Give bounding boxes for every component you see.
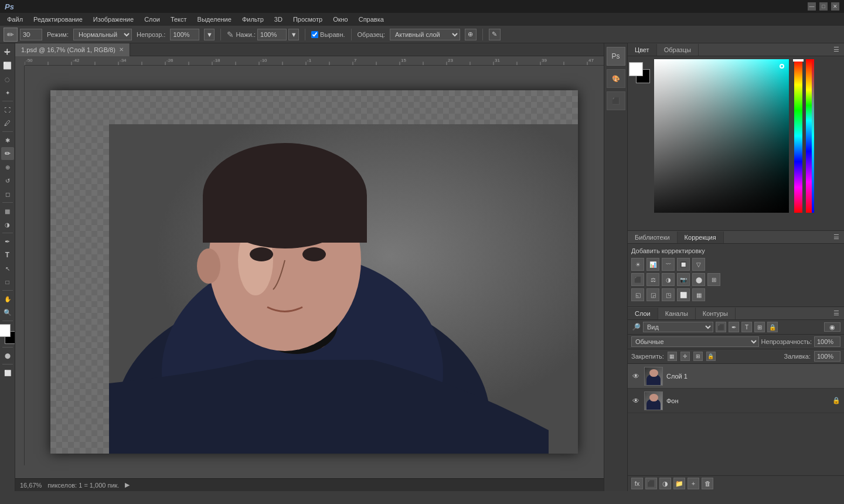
tab-swatches[interactable]: Образцы — [657, 44, 699, 56]
menu-window[interactable]: Окно — [328, 15, 353, 24]
layer-link-btn[interactable]: fx — [631, 478, 643, 489]
mode-select[interactable]: Нормальный — [73, 29, 132, 40]
menu-file[interactable]: Файл — [2, 15, 28, 24]
hue-strip[interactable] — [794, 59, 802, 213]
tool-lasso[interactable]: ◌ — [1, 73, 14, 86]
layer-item-0[interactable]: 👁 Слой 1 — [628, 364, 844, 389]
close-button[interactable]: ✕ — [831, 2, 839, 11]
align-checkbox[interactable] — [311, 31, 318, 38]
pressure-input[interactable] — [257, 29, 287, 40]
ps-icon[interactable]: Ps — [607, 47, 625, 66]
opacity-input[interactable] — [170, 29, 199, 40]
lock-position-icon[interactable]: ✛ — [680, 352, 690, 361]
brush-size-input[interactable] — [20, 29, 42, 40]
menu-view[interactable]: Просмотр — [288, 15, 327, 24]
swatches-icon[interactable]: ⬛ — [607, 91, 625, 110]
canvas-scroll[interactable] — [15, 56, 604, 478]
tool-brush[interactable]: ✏ — [1, 147, 14, 160]
lock-artboards-icon[interactable]: ⊞ — [693, 352, 703, 361]
adj-hue[interactable]: ⬛ — [631, 273, 644, 286]
spectrum-strip[interactable] — [806, 59, 814, 213]
status-arrow[interactable]: ▶ — [125, 481, 130, 489]
adj-color-lookup[interactable]: ⊞ — [707, 273, 720, 286]
menu-select[interactable]: Выделение — [193, 15, 236, 24]
pressure-btn[interactable]: ▼ — [288, 29, 299, 40]
menu-layer[interactable]: Слои — [139, 15, 165, 24]
doc-tab-close[interactable]: ✕ — [119, 46, 124, 53]
tool-magic-wand[interactable]: ✦ — [1, 86, 14, 99]
tool-text[interactable]: T — [1, 248, 14, 261]
layer-filter-icon-2[interactable]: ✒ — [729, 322, 739, 332]
color-fg-bg[interactable] — [629, 62, 650, 83]
tool-path-select[interactable]: ↖ — [1, 262, 14, 275]
extra-options-btn[interactable]: ✎ — [489, 29, 501, 40]
adj-threshold[interactable]: ◳ — [662, 288, 675, 301]
tool-zoom[interactable]: 🔍 — [1, 306, 14, 319]
tool-clone[interactable]: ⊕ — [1, 161, 14, 173]
tab-color[interactable]: Цвет — [628, 44, 657, 56]
tool-eraser[interactable]: ◻ — [1, 188, 14, 200]
adj-black-white[interactable]: ◑ — [662, 273, 675, 286]
adj-selective-color[interactable]: ⬜ — [677, 288, 690, 301]
layer-mask-btn[interactable]: ⬛ — [645, 478, 657, 489]
tool-dodge[interactable]: ◑ — [1, 218, 14, 231]
canvas-area[interactable] — [25, 66, 604, 478]
tool-eyedropper[interactable]: 🖊 — [1, 117, 14, 130]
tab-paths[interactable]: Контуры — [696, 308, 736, 319]
layer-new-btn[interactable]: + — [688, 478, 699, 489]
menu-3d[interactable]: 3D — [270, 15, 287, 24]
adj-exposure[interactable]: 🔲 — [677, 258, 690, 271]
tab-channels[interactable]: Каналы — [658, 308, 696, 319]
tool-shape[interactable]: □ — [1, 275, 14, 288]
layer-filter-icon-4[interactable]: ⊞ — [754, 322, 765, 332]
adj-photo-filter[interactable]: 📷 — [677, 273, 690, 286]
filter-toggle[interactable]: ◉ — [824, 322, 840, 332]
layer-filter-icon-5[interactable]: 🔒 — [767, 322, 778, 332]
layer-item-1[interactable]: 👁 Фон 🔒 — [628, 389, 844, 413]
tool-hand[interactable]: ✋ — [1, 292, 14, 305]
blend-mode-select[interactable]: Обычные — [631, 336, 759, 347]
tool-pen[interactable]: ✒ — [1, 235, 14, 248]
adj-gradient-map[interactable]: ▦ — [692, 288, 705, 301]
layer-filter-icon-1[interactable]: ⬛ — [716, 322, 726, 332]
sample-extra-btn[interactable]: ⊕ — [465, 29, 477, 40]
layer-group-btn[interactable]: 📁 — [673, 478, 685, 489]
tool-gradient[interactable]: ▦ — [1, 205, 14, 217]
menu-text[interactable]: Текст — [166, 15, 192, 24]
tool-crop[interactable]: ⛶ — [1, 103, 14, 116]
tab-layers[interactable]: Слои — [628, 308, 658, 319]
layer-eye-1[interactable]: 👁 — [631, 396, 641, 406]
tool-select-rect[interactable]: ⬜ — [1, 59, 14, 72]
layer-adj-btn[interactable]: ◑ — [659, 478, 671, 489]
maximize-button[interactable]: □ — [819, 2, 828, 11]
tab-libraries[interactable]: Библиотеки — [628, 231, 678, 243]
color-panel-menu[interactable]: ☰ — [829, 43, 844, 56]
layer-delete-btn[interactable]: 🗑 — [702, 478, 713, 489]
opacity-value[interactable] — [814, 336, 840, 347]
menu-edit[interactable]: Редактирование — [29, 15, 87, 24]
menu-filter[interactable]: Фильтр — [237, 15, 268, 24]
menu-image[interactable]: Изображение — [89, 15, 138, 24]
layers-panel-menu[interactable]: ☰ — [829, 307, 844, 319]
adj-posterize[interactable]: ◲ — [646, 288, 659, 301]
fill-value[interactable] — [814, 351, 840, 362]
doc-tab[interactable]: 1.psd @ 16,7% (Слой 1, RGB/8) ✕ — [15, 43, 130, 56]
menu-help[interactable]: Справка — [354, 15, 389, 24]
adj-curves[interactable]: 〰 — [662, 258, 675, 271]
adj-levels[interactable]: 📊 — [646, 258, 659, 271]
adj-panel-menu[interactable]: ☰ — [829, 231, 844, 243]
adj-vibrance[interactable]: ▽ — [692, 258, 705, 271]
tool-screen-mode[interactable]: ⬜ — [1, 366, 14, 379]
layer-eye-0[interactable]: 👁 — [631, 372, 641, 381]
color-picker-icon[interactable]: 🎨 — [607, 69, 625, 88]
color-fg-swatch[interactable] — [629, 62, 643, 76]
lock-pixels-icon[interactable]: ▦ — [668, 352, 677, 361]
layer-filter-select[interactable]: Вид — [643, 322, 713, 332]
tool-spot-heal[interactable]: ✱ — [1, 134, 14, 147]
adj-channel-mixer[interactable]: ⬤ — [692, 273, 705, 286]
fg-swatch[interactable] — [0, 324, 11, 337]
fg-bg-swatches[interactable] — [0, 324, 15, 344]
tab-correction[interactable]: Коррекция — [678, 231, 724, 243]
tool-history[interactable]: ↺ — [1, 174, 14, 187]
adj-brightness[interactable]: ☀ — [631, 258, 644, 271]
